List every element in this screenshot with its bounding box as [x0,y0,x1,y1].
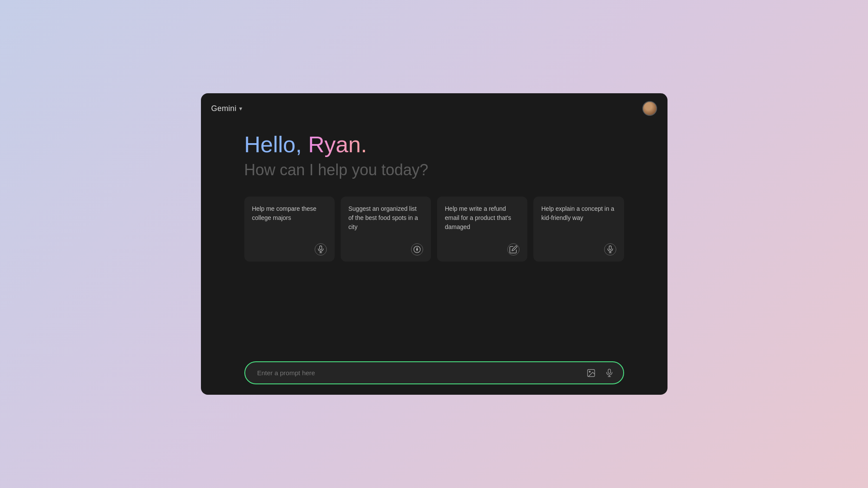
suggestion-card-3[interactable]: Help me write a refund email for a produ… [437,197,527,262]
greeting-section: Hello, Ryan. How can I help you today? [244,132,428,179]
card-text-4: Help explain a concept in a kid-friendly… [541,204,616,238]
microphone-button[interactable] [602,366,616,380]
prompt-input[interactable] [252,362,584,383]
avatar-image [643,102,656,115]
hello-heading: Hello, Ryan. [244,132,428,157]
suggestion-cards: Help me compare these college majors Sug… [244,197,624,262]
svg-rect-7 [609,246,611,250]
app-title: Gemini [211,104,237,113]
gemini-title-button[interactable]: Gemini ▾ [211,104,242,113]
compass-svg [413,245,421,254]
card-text-3: Help me write a refund email for a produ… [445,204,519,238]
card-text-1: Help me compare these college majors [252,204,327,238]
avatar[interactable] [642,101,657,116]
card-icon-row-3 [445,243,519,255]
app-window: Gemini ▾ Hello, Ryan. How can I help you… [201,93,667,395]
svg-rect-12 [608,369,611,373]
image-upload-button[interactable] [584,366,598,380]
input-actions [584,366,616,380]
suggestion-card-2[interactable]: Suggest an organized list of the best fo… [341,197,431,262]
mic-input-icon [605,368,614,378]
edit-icon [507,243,519,255]
card-icon-row-4 [541,243,616,255]
card-icon-row-2 [349,243,423,255]
mic-svg-2 [606,245,615,254]
compass-icon [411,243,423,255]
chevron-down-icon: ▾ [239,105,242,112]
main-content: Hello, Ryan. How can I help you today? H… [201,124,667,354]
svg-point-6 [417,249,418,250]
edit-svg [509,245,518,254]
suggestion-card-4[interactable]: Help explain a concept in a kid-friendly… [533,197,624,262]
microphone-icon-2 [604,243,616,255]
mic-svg [316,245,325,254]
card-text-2: Suggest an organized list of the best fo… [349,204,423,238]
bottom-bar [201,354,667,395]
hello-name: Ryan. [308,132,367,157]
microphone-icon [315,243,327,255]
hello-prefix: Hello, [244,132,308,157]
card-icon-row-1 [252,243,327,255]
suggestion-card-1[interactable]: Help me compare these college majors [244,197,335,262]
svg-rect-0 [319,246,322,250]
input-container [244,361,624,384]
header: Gemini ▾ [201,93,667,124]
svg-point-11 [589,371,590,372]
image-icon [586,368,596,378]
subtitle: How can I help you today? [244,160,428,179]
